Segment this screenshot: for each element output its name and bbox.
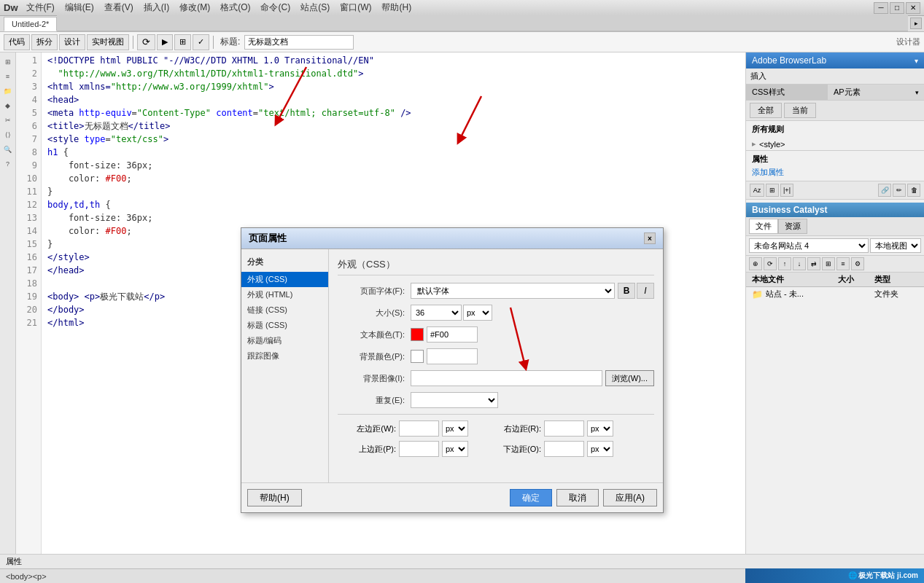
text-color-input[interactable] [427,326,478,343]
gutter-snippets[interactable]: ✂ [1,114,15,127]
category-appearance-css[interactable]: 外观 (CSS) [241,272,328,287]
browse-button[interactable]: 浏览(W)... [605,370,654,386]
italic-button[interactable]: I [637,283,654,299]
category-tracing-image[interactable]: 跟踪图像 [241,348,328,364]
validate-button[interactable]: ✓ [193,34,209,50]
menu-view[interactable]: 查看(V) [100,1,138,15]
category-appearance-html[interactable]: 外观 (HTML) [241,287,328,302]
panel-toggle[interactable]: ▸ [910,17,922,29]
current-tab[interactable]: 当前 [784,103,816,118]
bg-image-input[interactable] [411,370,602,386]
gutter-insert[interactable]: ⊞ [1,55,15,69]
refresh-button[interactable]: ⟳ [137,34,155,50]
bold-button[interactable]: B [618,283,635,299]
debug-button[interactable]: ⊞ [174,34,191,50]
menu-file[interactable]: 文件(F) [22,1,59,15]
menu-modify[interactable]: 修改(M) [175,1,214,15]
bc-upload-btn[interactable]: ↑ [778,257,791,270]
size-unit-select[interactable]: px [463,305,492,321]
split-view-button[interactable]: 拆分 [31,34,58,50]
file-name: 站点 - 未... [766,289,832,300]
menu-insert[interactable]: 插入(I) [139,1,174,15]
bc-settings-btn[interactable]: ⚙ [851,257,864,270]
properties-label: 属性 [6,556,22,567]
apply-button[interactable]: 应用(A) [603,489,657,506]
close-button[interactable]: ✕ [906,2,920,14]
gutter-files[interactable]: 📁 [1,85,15,98]
dialog-body: 分类 外观 (CSS) 外观 (HTML) 链接 (CSS) 标题 (CSS) … [241,249,663,482]
menu-format[interactable]: 格式(O) [216,1,255,15]
size-input[interactable]: 36 [411,305,462,321]
help-button[interactable]: 帮助(H) [247,489,302,506]
bottom-margin-row: 下边距(O): px [483,441,613,457]
repeat-select[interactable] [411,392,498,408]
bottom-margin-unit[interactable]: px [587,441,613,457]
bg-image-row: 背景图像(I): 浏览(W)... [338,370,654,386]
menu-site[interactable]: 站点(S) [296,1,334,15]
code-view-button[interactable]: 代码 [4,34,30,50]
menu-help[interactable]: 帮助(H) [377,1,416,15]
gutter-help[interactable]: ? [1,157,15,171]
maximize-button[interactable]: □ [890,2,904,14]
style-rule-item[interactable]: ▸ <style> [746,138,924,150]
gutter-css[interactable]: ≡ [1,70,15,83]
bg-color-swatch[interactable] [411,350,424,363]
category-links-css[interactable]: 链接 (CSS) [241,302,328,318]
ap-elements-tab[interactable]: AP元素 [828,85,909,100]
top-margin-label: 上边距(P): [338,444,396,455]
right-margin-unit[interactable]: px [587,420,613,437]
top-margin-unit[interactable]: px [442,441,468,457]
css-tool-2[interactable]: ⊞ [766,184,779,197]
css-tool-link[interactable]: 🔗 [878,184,891,197]
bc-view-select[interactable]: 本地视图 [870,238,921,253]
all-tab[interactable]: 全部 [750,103,782,118]
css-tool-1[interactable]: Az [750,184,764,197]
bc-download-btn[interactable]: ↓ [793,257,806,270]
css-styles-tab[interactable]: CSS样式 [746,85,828,100]
preview-button[interactable]: ▶ [157,34,173,50]
design-view-button[interactable]: 设计 [59,34,85,50]
properties-title: 属性 [752,154,918,165]
bc-refresh-btn[interactable]: ⟳ [764,257,777,270]
panel-options[interactable]: ▾ [915,57,918,65]
menu-window[interactable]: 窗口(W) [335,1,376,15]
bc-sync1-btn[interactable]: ⇄ [807,257,820,270]
realtime-view-button[interactable]: 实时视图 [87,34,129,50]
dialog-categories: 分类 外观 (CSS) 外观 (HTML) 链接 (CSS) 标题 (CSS) … [241,249,329,482]
file-list-item[interactable]: 📁 站点 - 未... 文件夹 [746,287,924,301]
page-title-input[interactable] [244,35,354,50]
text-color-swatch[interactable] [411,328,424,341]
bc-resource-tab[interactable]: 资源 [778,219,807,234]
css-tool-delete[interactable]: 🗑 [907,184,920,197]
gutter-assets[interactable]: ◆ [1,99,15,112]
top-margin-input[interactable] [399,441,439,457]
left-margin-input[interactable] [399,420,439,437]
bc-file-tab[interactable]: 文件 [749,219,778,234]
menu-command[interactable]: 命令(C) [256,1,295,15]
menu-edit[interactable]: 编辑(E) [61,1,98,15]
dialog-close-button[interactable]: × [644,232,656,244]
gutter-search[interactable]: 🔍 [1,143,15,156]
css-tool-edit[interactable]: ✏ [893,184,906,197]
document-tab[interactable]: Untitled-2* [4,17,57,31]
bc-new-btn[interactable]: ⊕ [749,257,762,270]
bottom-margin-input[interactable] [544,441,584,457]
gutter-tag[interactable]: ⟨⟩ [1,128,15,141]
bc-sync2-btn[interactable]: ⊞ [822,257,835,270]
bc-log-btn[interactable]: ≡ [836,257,850,270]
page-font-select[interactable]: 默认字体 [411,283,615,299]
ok-button[interactable]: 确定 [510,489,552,506]
right-margin-input[interactable] [544,420,584,437]
add-property-link[interactable]: 添加属性 [752,167,918,178]
bc-site-select[interactable]: 未命名网站点 4 [749,238,869,253]
category-title-encoding[interactable]: 标题/编码 [241,333,328,348]
watermark-bar: 🌐 极光下载站 ji.com [745,568,924,583]
minimize-button[interactable]: ─ [874,2,888,14]
category-headings-css[interactable]: 标题 (CSS) [241,318,328,333]
left-margin-unit[interactable]: px [442,420,468,437]
bc-section: Business Catalyst 文件 资源 未命名网站点 4 本地视图 ⊕ … [746,203,924,301]
css-tool-3[interactable]: |+| [780,184,793,197]
panel-menu-btn[interactable]: ▾ [909,85,924,100]
bg-color-input[interactable] [427,348,478,364]
cancel-button[interactable]: 取消 [556,489,599,506]
